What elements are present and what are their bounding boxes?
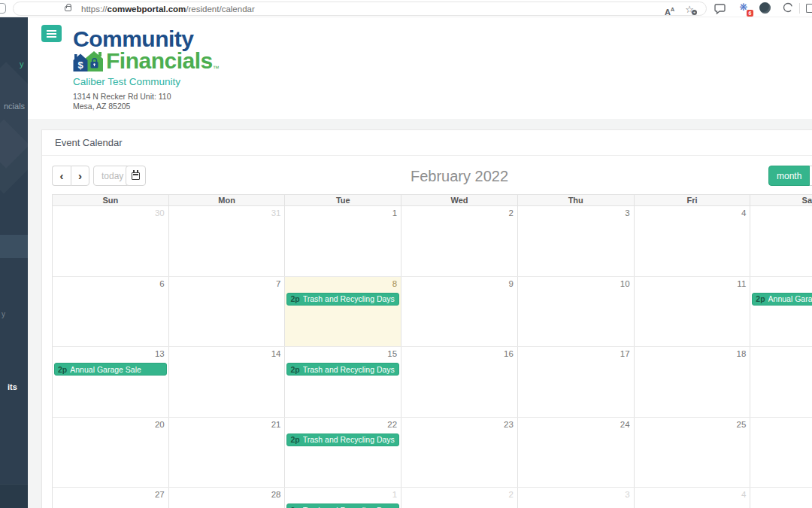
url-path: /resident/calendar: [186, 5, 254, 14]
sidebar: y ncials y its: [0, 17, 28, 508]
day-cell-30[interactable]: 30: [53, 206, 169, 276]
extension-badge: 6: [747, 10, 753, 17]
sidebar-active-item[interactable]: [0, 235, 28, 258]
event-time: 2p: [58, 365, 67, 374]
extension-icon[interactable]: ❋6: [737, 2, 750, 15]
logo-text-financials: Financials: [106, 50, 213, 72]
calendar-day-headers: SunMonTueWedThuFriSat: [53, 195, 812, 206]
calendar-event[interactable]: 2pAnnual Garage Sale: [54, 363, 167, 376]
day-cell-1[interactable]: 1: [285, 206, 401, 276]
chat-icon[interactable]: [714, 3, 726, 14]
day-cell-18[interactable]: 18: [635, 347, 751, 417]
sidebar-text-fragment-small: y: [2, 310, 5, 318]
day-number: 22: [285, 418, 401, 430]
day-cell-23[interactable]: 23: [401, 418, 518, 488]
lock-icon: [65, 6, 71, 11]
event-time: 2p: [290, 435, 299, 444]
day-number: 10: [518, 277, 634, 290]
day-cell-28[interactable]: 28: [169, 488, 286, 508]
sidebar-text-fragment-financials: ncials: [4, 102, 25, 111]
day-cell-15[interactable]: 152pTrash and Recycling Days: [285, 347, 401, 417]
day-cell-5[interactable]: 5: [750, 206, 812, 276]
day-cell-3[interactable]: 3: [518, 206, 635, 276]
calendar-view-group: month week: [768, 166, 812, 186]
day-cell-17[interactable]: 17: [518, 347, 635, 417]
browser-toolbar: https://comwebportal.com/resident/calend…: [0, 0, 812, 17]
partial-edge-icon[interactable]: [806, 4, 812, 13]
week-row: 132pAnnual Garage Sale14152pTrash and Re…: [53, 347, 812, 418]
event-title: Annual Garage Sale: [768, 294, 812, 303]
day-header-thu: Thu: [518, 195, 635, 205]
browser-essentials-icon[interactable]: [783, 2, 793, 13]
day-cell-10[interactable]: 10: [518, 277, 635, 347]
community-name[interactable]: Caliber Test Community: [73, 76, 180, 87]
month-view-button[interactable]: month: [768, 166, 810, 186]
profile-avatar-icon[interactable]: [759, 2, 771, 14]
day-number: 27: [53, 488, 168, 500]
day-number: 13: [53, 347, 168, 360]
day-cell-20[interactable]: 20: [53, 418, 169, 488]
day-cell-4[interactable]: 4: [635, 488, 751, 508]
day-number: 3: [518, 488, 634, 500]
panel-title: Event Calendar: [42, 130, 812, 156]
day-number: 28: [169, 488, 285, 500]
event-title: Trash and Recycling Days: [303, 435, 395, 444]
sidebar-item-units[interactable]: its: [8, 382, 17, 391]
toolbar-divider: [799, 3, 800, 14]
day-cell-21[interactable]: 21: [169, 418, 286, 488]
event-time: 2p: [290, 506, 299, 508]
day-cell-3[interactable]: 3: [518, 488, 635, 508]
day-number: 9: [401, 277, 517, 290]
day-number: 5: [750, 206, 812, 219]
day-cell-5[interactable]: 5: [750, 488, 812, 508]
day-cell-16[interactable]: 16: [401, 347, 518, 417]
week-row: 272812pTrash and Recycling Days2345: [53, 488, 812, 508]
day-cell-4[interactable]: 4: [635, 206, 751, 276]
day-cell-25[interactable]: 25: [635, 418, 751, 488]
day-header-mon: Mon: [169, 195, 286, 205]
day-cell-26[interactable]: 26: [750, 418, 812, 488]
day-cell-6[interactable]: 6: [53, 277, 169, 347]
calendar-event[interactable]: 2pTrash and Recycling Days: [286, 363, 399, 376]
day-cell-24[interactable]: 24: [518, 418, 635, 488]
day-cell-12[interactable]: 122pAnnual Garage Sale: [750, 277, 812, 347]
day-cell-13[interactable]: 132pAnnual Garage Sale: [53, 347, 169, 417]
address-bar[interactable]: https://comwebportal.com/resident/calend…: [13, 2, 707, 16]
trademark: ™: [213, 65, 220, 72]
day-cell-8[interactable]: 82pTrash and Recycling Days: [285, 277, 401, 347]
calendar-title: February 2022: [52, 166, 812, 187]
day-number: 4: [635, 206, 750, 219]
day-cell-19[interactable]: 19: [750, 347, 812, 417]
sidebar-text-fragment-top: y: [20, 59, 24, 68]
day-cell-2[interactable]: 2: [401, 488, 518, 508]
day-cell-2[interactable]: 2: [401, 206, 518, 276]
day-number: 12: [750, 277, 812, 290]
calendar-event[interactable]: 2pTrash and Recycling Days: [286, 433, 399, 446]
day-cell-22[interactable]: 222pTrash and Recycling Days: [285, 418, 401, 488]
calendar-event[interactable]: 2pAnnual Garage Sale: [752, 293, 812, 306]
calendar-event[interactable]: 2pTrash and Recycling Days: [286, 503, 399, 508]
partial-toolbar-icon[interactable]: [0, 3, 6, 14]
day-cell-7[interactable]: 7: [169, 277, 286, 347]
day-cell-14[interactable]: 14: [169, 347, 286, 417]
favorites-plus-badge: +: [692, 10, 697, 15]
menu-toggle-button[interactable]: [41, 25, 62, 42]
calendar-event[interactable]: 2pTrash and Recycling Days: [286, 293, 399, 306]
week-row: 2021222pTrash and Recycling Days23242526: [53, 418, 812, 488]
day-number: 2: [401, 488, 517, 500]
day-cell-11[interactable]: 11: [635, 277, 751, 347]
event-time: 2p: [756, 294, 765, 303]
day-number: 14: [169, 347, 285, 360]
day-number: 17: [518, 347, 634, 360]
site-header: Community $ Financials ™ Caliber Test Co…: [28, 17, 812, 119]
day-cell-9[interactable]: 9: [401, 277, 518, 347]
url-text: https://comwebportal.com/resident/calend…: [81, 2, 255, 17]
day-cell-31[interactable]: 31: [169, 206, 286, 276]
day-cell-27[interactable]: 27: [53, 488, 169, 508]
community-financials-logo[interactable]: Community $ Financials ™: [73, 28, 220, 72]
day-cell-1[interactable]: 12pTrash and Recycling Days: [285, 488, 401, 508]
day-number: 24: [518, 418, 634, 430]
event-calendar-panel: Event Calendar ‹ › today February 2022 m…: [41, 129, 812, 508]
day-number: 11: [635, 277, 750, 290]
day-header-sun: Sun: [53, 195, 169, 205]
